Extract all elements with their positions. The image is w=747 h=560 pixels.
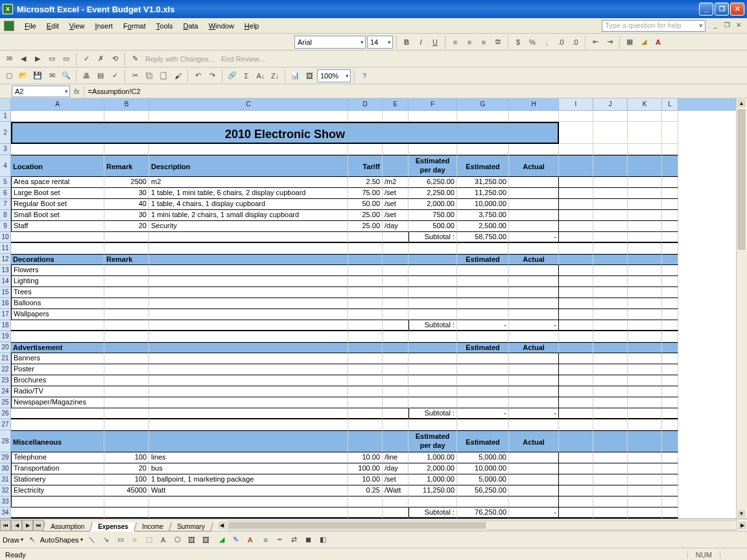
cell[interactable]: 2,500.00 bbox=[457, 221, 509, 232]
cell[interactable]: Telephone bbox=[11, 452, 104, 463]
cell[interactable] bbox=[149, 353, 348, 364]
font-color-icon[interactable]: A bbox=[244, 533, 257, 546]
cell[interactable]: Staff bbox=[11, 221, 104, 232]
section-decorations[interactable]: Decorations bbox=[11, 254, 104, 265]
hdr-est-day[interactable]: Estimated per day bbox=[409, 155, 457, 177]
cell[interactable]: 0.25 bbox=[348, 485, 383, 496]
spreadsheet-grid[interactable]: 2010 Electronic Show Location Remark Des… bbox=[11, 111, 736, 519]
cell[interactable]: 5,000.00 bbox=[457, 474, 509, 485]
fx-icon[interactable]: fx bbox=[74, 88, 80, 95]
cell[interactable]: Brochures bbox=[11, 375, 104, 386]
reject-icon[interactable]: ✗ bbox=[94, 52, 107, 65]
cell[interactable]: 25.00 bbox=[348, 210, 383, 221]
cell[interactable]: 10.00 bbox=[348, 452, 383, 463]
row-header[interactable]: 33 bbox=[0, 496, 10, 508]
cell[interactable] bbox=[457, 265, 509, 276]
cell[interactable] bbox=[348, 364, 383, 375]
cell[interactable] bbox=[509, 221, 559, 232]
diagram-icon[interactable]: ⬡ bbox=[171, 533, 184, 546]
col-header[interactable]: D bbox=[348, 99, 383, 111]
cell[interactable] bbox=[509, 287, 559, 298]
scroll-up-icon[interactable]: ▲ bbox=[737, 99, 746, 108]
cell[interactable]: m2 bbox=[149, 177, 348, 188]
row-header[interactable]: 20 bbox=[0, 342, 10, 353]
row-header[interactable]: 19 bbox=[0, 331, 10, 342]
maximize-button[interactable]: ❐ bbox=[715, 3, 729, 16]
fill-color-icon[interactable]: ◢ bbox=[215, 533, 228, 546]
subtotal-actual[interactable]: - bbox=[509, 232, 559, 243]
row-header[interactable]: 23 bbox=[0, 375, 10, 386]
formula-input[interactable]: =Assumption!C2 bbox=[84, 86, 747, 97]
show-comment-icon[interactable]: ▭ bbox=[45, 52, 58, 65]
hdr-location[interactable]: Location bbox=[11, 155, 104, 177]
cell[interactable] bbox=[104, 309, 149, 320]
cell[interactable] bbox=[383, 375, 409, 386]
row-header[interactable]: 14 bbox=[0, 276, 10, 287]
zoom-select[interactable]: 100% bbox=[317, 69, 351, 82]
cell[interactable] bbox=[457, 309, 509, 320]
cell[interactable]: 2,000.00 bbox=[409, 463, 457, 474]
col-header[interactable]: E bbox=[383, 99, 409, 111]
row-header[interactable]: 29 bbox=[0, 452, 10, 463]
cell[interactable]: 30 bbox=[104, 188, 149, 199]
cell[interactable] bbox=[457, 298, 509, 309]
cell[interactable] bbox=[457, 276, 509, 287]
send-icon[interactable]: ✎ bbox=[128, 52, 141, 65]
email-button[interactable]: ✉ bbox=[45, 69, 58, 82]
col-header[interactable]: K bbox=[628, 99, 662, 111]
3d-icon[interactable]: ◧ bbox=[316, 533, 329, 546]
cell[interactable]: 1 mini table, 2 chairs, 1 small display … bbox=[149, 210, 348, 221]
cell[interactable]: 20 bbox=[104, 463, 149, 474]
fill-color-button[interactable]: ◢ bbox=[637, 36, 650, 49]
horizontal-scrollbar[interactable]: ◀ ▶ bbox=[217, 520, 747, 530]
cell[interactable] bbox=[383, 386, 409, 397]
draw-menu[interactable]: Draw bbox=[3, 536, 19, 544]
inc-decimal-button[interactable]: .0 bbox=[554, 36, 567, 49]
paste-button[interactable]: 📋 bbox=[157, 69, 170, 82]
cell[interactable] bbox=[509, 276, 559, 287]
cell[interactable]: Large Boot set bbox=[11, 188, 104, 199]
cell[interactable] bbox=[409, 364, 457, 375]
cell[interactable] bbox=[348, 265, 383, 276]
percent-button[interactable]: % bbox=[526, 36, 539, 49]
doc-title[interactable]: 2010 Electronic Show bbox=[11, 122, 559, 144]
cell[interactable] bbox=[409, 287, 457, 298]
arrow-icon[interactable]: ↘ bbox=[100, 533, 113, 546]
row-header[interactable]: 2 bbox=[0, 122, 10, 144]
cell[interactable] bbox=[149, 386, 348, 397]
align-left-button[interactable]: ≡ bbox=[449, 36, 462, 49]
tab-next-icon[interactable]: ▶ bbox=[22, 520, 33, 531]
cell[interactable] bbox=[104, 386, 149, 397]
cell[interactable] bbox=[383, 397, 409, 408]
subtotal-value[interactable]: 58,750.00 bbox=[457, 232, 509, 243]
cell[interactable]: lines bbox=[149, 452, 348, 463]
minimize-button[interactable]: _ bbox=[699, 3, 713, 16]
clipart-icon[interactable]: 🖼 bbox=[185, 533, 198, 546]
row-header[interactable]: 21 bbox=[0, 353, 10, 364]
row-header[interactable]: 25 bbox=[0, 397, 10, 408]
menu-window[interactable]: Window bbox=[204, 21, 239, 31]
col-header[interactable]: H bbox=[509, 99, 559, 111]
cell[interactable] bbox=[149, 276, 348, 287]
cell[interactable]: 100 bbox=[104, 452, 149, 463]
picture-icon[interactable]: 🖼 bbox=[200, 533, 213, 546]
menu-insert[interactable]: Insert bbox=[89, 21, 118, 31]
cell[interactable] bbox=[509, 485, 559, 496]
subtotal-label[interactable]: Subtotal : bbox=[409, 232, 457, 243]
row-header[interactable]: 15 bbox=[0, 287, 10, 298]
cell[interactable] bbox=[457, 397, 509, 408]
scroll-thumb[interactable] bbox=[737, 108, 746, 251]
align-right-button[interactable]: ≡ bbox=[477, 36, 490, 49]
cell[interactable] bbox=[104, 287, 149, 298]
cell[interactable] bbox=[509, 353, 559, 364]
row-header[interactable]: 7 bbox=[0, 199, 10, 210]
cell[interactable]: 20 bbox=[104, 221, 149, 232]
cell[interactable]: 56,250.00 bbox=[457, 485, 509, 496]
cell[interactable]: 1,000.00 bbox=[409, 452, 457, 463]
col-header[interactable]: C bbox=[149, 99, 348, 111]
sheet-tab-income[interactable]: Income bbox=[134, 522, 172, 531]
cell[interactable]: 2.50 bbox=[348, 177, 383, 188]
menu-view[interactable]: View bbox=[64, 21, 90, 31]
cell[interactable]: /line bbox=[383, 452, 409, 463]
cell[interactable] bbox=[457, 353, 509, 364]
